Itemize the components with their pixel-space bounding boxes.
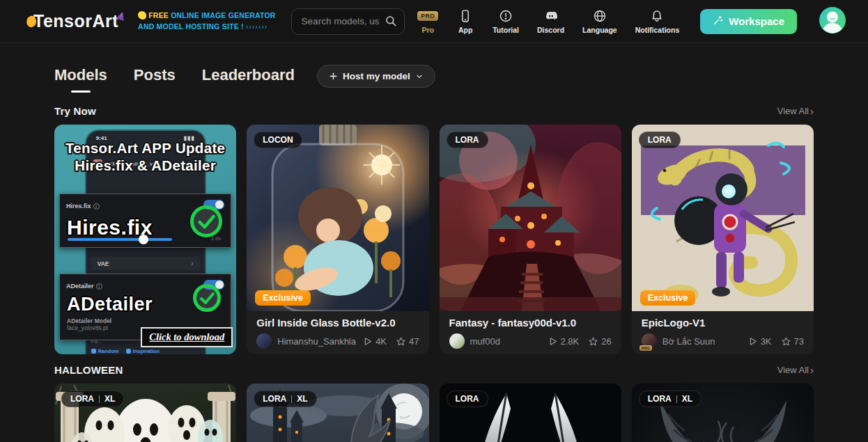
runs-stat: 3K	[747, 336, 772, 347]
workspace-button[interactable]: Workspace	[700, 9, 797, 34]
halloween-card-witch-castle[interactable]: LORA XL	[247, 384, 428, 442]
magic-wand-icon	[713, 15, 724, 28]
tensorart-logo[interactable]: TensorArt	[26, 11, 125, 31]
halloween-section-header: HALLOWEEN View All›	[54, 364, 814, 376]
author-avatar[interactable]: PRO	[642, 333, 657, 349]
tagline-line2: AND MODEL HOSTING SITE !	[138, 22, 244, 31]
section-title-try-now: Try Now	[54, 105, 96, 117]
author-pro-badge: PRO	[640, 345, 652, 351]
site-tagline: FREE ONLINE IMAGE GENERATOR AND MODEL HO…	[138, 10, 276, 33]
discord-icon	[543, 8, 559, 24]
vae-row[interactable]: VAE ›	[91, 257, 200, 270]
inspiration-chip[interactable]: Inspiration	[126, 348, 160, 354]
globe-icon	[593, 8, 607, 24]
model-card-image: LORA XL	[247, 384, 428, 442]
green-check-icon	[193, 284, 221, 312]
halloween-card-grid: LORA XL	[54, 384, 814, 442]
inspiration-icon	[126, 349, 131, 354]
nav-item-notifications[interactable]: Notifications	[635, 8, 680, 34]
stars-stat[interactable]: 26	[588, 336, 611, 347]
logo-text: TensorArt	[33, 11, 118, 31]
model-card-fantasy[interactable]: LORA Fantasy - fantasy00d-v1.0 muf00d 2.…	[440, 125, 621, 354]
model-card-image: LORA Exclusive	[632, 125, 814, 311]
nav-item-tutorial[interactable]: Tutorial	[493, 8, 519, 34]
host-my-model-button[interactable]: Host my model	[317, 65, 435, 88]
model-card-image: LORA	[440, 384, 621, 442]
author-name[interactable]: Himanshu_Sankhla	[277, 336, 357, 347]
promo-headline: Tensor.Art APP Update Hires.fix & ADetai…	[54, 140, 236, 174]
badge-divider	[291, 395, 292, 403]
model-card-image: LORA	[440, 125, 621, 311]
main-content: Models Posts Leaderboard Host my model T…	[54, 65, 814, 442]
nav-item-language[interactable]: Language	[582, 8, 617, 34]
try-now-card-grid: 9:41 ▮▮▮ XXMix_9realistic_v4.0 › Tensor.…	[54, 125, 814, 354]
runs-stat: 4K	[362, 336, 387, 347]
author-avatar[interactable]	[256, 333, 272, 349]
model-type-badge: LORA	[447, 390, 488, 407]
tagline-highlight: FREE	[148, 11, 169, 19]
exclusive-badge: Exclusive	[255, 290, 311, 306]
chevron-down-icon	[415, 72, 424, 81]
star-icon	[396, 336, 406, 347]
model-type-badge: LORA	[447, 132, 488, 148]
stars-stat[interactable]: 73	[781, 336, 804, 347]
hires-fix-slider[interactable]	[68, 238, 172, 241]
chevron-right-icon: ›	[810, 106, 814, 116]
model-type-badge: LOCON	[254, 132, 302, 148]
model-type-badge: LORA XL	[254, 390, 316, 407]
model-title[interactable]: EpicLogo-V1	[642, 317, 804, 329]
halloween-view-all-link[interactable]: View All›	[777, 365, 814, 375]
wave-hand-icon	[138, 11, 146, 19]
badge-divider	[676, 395, 677, 403]
runs-stat: 2.8K	[548, 336, 580, 347]
model-card-girl-inside-glass-bottle[interactable]: LOCON Exclusive Girl Inside Glass Bottle…	[247, 125, 428, 354]
info-icon: i	[96, 283, 102, 290]
phone-icon	[458, 8, 472, 24]
promo-card-app-update[interactable]: 9:41 ▮▮▮ XXMix_9realistic_v4.0 › Tensor.…	[54, 125, 236, 354]
plus-icon	[329, 72, 338, 81]
model-type-badge: LORA XL	[639, 390, 702, 407]
star-icon	[781, 336, 791, 347]
author-name[interactable]: muf00d	[470, 336, 542, 347]
stars-stat[interactable]: 47	[396, 336, 419, 347]
tutorial-icon	[499, 8, 513, 24]
halloween-card-horns[interactable]: LORA XL	[632, 384, 814, 442]
search-icon[interactable]	[385, 15, 397, 30]
click-to-download-button[interactable]: Click to download	[141, 327, 233, 347]
hires-fix-panel: Hires.fixi Hires.fix 2.0x	[59, 194, 231, 248]
tab-models[interactable]: Models	[54, 66, 107, 93]
chevron-right-icon: ›	[810, 365, 814, 375]
random-icon	[91, 349, 96, 354]
nav-item-pro[interactable]: PRO Pro	[417, 8, 438, 34]
halloween-card-ghosts[interactable]: LORA XL	[54, 384, 236, 442]
star-icon	[588, 336, 598, 347]
tab-posts[interactable]: Posts	[134, 66, 176, 93]
author-name[interactable]: Bờ Lắc Suun	[662, 336, 742, 347]
bell-icon	[650, 8, 664, 24]
badge-divider	[99, 395, 100, 403]
halloween-card-wings[interactable]: LORA	[440, 384, 621, 442]
author-avatar[interactable]	[449, 333, 465, 349]
tagline-line1: ONLINE IMAGE GENERATOR	[171, 11, 275, 19]
model-type-badge: LORA	[639, 132, 681, 148]
try-now-section-header: Try Now View All›	[54, 105, 814, 117]
model-type-badge: LORA XL	[61, 390, 124, 407]
nav-item-discord[interactable]: Discord	[537, 8, 564, 34]
search-box	[291, 8, 405, 35]
tab-leaderboard[interactable]: Leaderboard	[202, 66, 295, 93]
model-card-epiclogo[interactable]: LORA Exclusive EpicLogo-V1 PRO Bờ Lắc Su…	[632, 125, 814, 354]
try-now-view-all-link[interactable]: View All›	[777, 106, 814, 116]
tabs-row: Models Posts Leaderboard Host my model	[54, 65, 814, 93]
info-icon: i	[93, 203, 100, 210]
user-avatar[interactable]	[819, 7, 846, 36]
play-icon	[362, 336, 373, 347]
model-title[interactable]: Fantasy - fantasy00d-v1.0	[449, 317, 612, 329]
navbar-menu: PRO Pro App Tutorial Discord	[417, 8, 679, 34]
model-title[interactable]: Girl Inside Glass Bottle-v2.0	[256, 317, 419, 329]
top-navbar: TensorArt FREE ONLINE IMAGE GENERATOR AN…	[0, 0, 868, 43]
model-card-image: LOCON Exclusive	[247, 125, 428, 311]
random-chip[interactable]: Random	[91, 348, 119, 354]
tagline-arrows: ›››››››	[246, 22, 268, 31]
green-check-icon	[190, 205, 222, 237]
nav-item-app[interactable]: App	[456, 8, 474, 34]
